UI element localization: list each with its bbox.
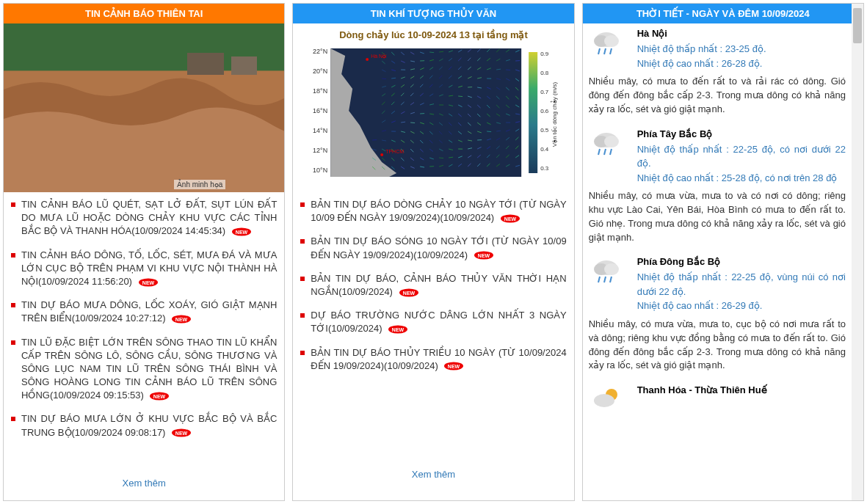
svg-text:10°N: 10°N (313, 167, 327, 174)
scrollbar-thumb[interactable] (853, 8, 862, 43)
svg-text:12°N: 12°N (313, 147, 327, 154)
svg-point-278 (594, 394, 614, 407)
svg-text:16°N: 16°N (313, 107, 327, 114)
weather-icon (589, 28, 624, 59)
list-item: DỰ BÁO TRƯỜNG NƯỚC DÂNG LỚN NHẤT 3 NGÀY … (300, 309, 566, 335)
svg-text:NEW: NEW (175, 431, 188, 436)
list-item: TIN DỰ BÁO MƯA DÔNG, LỐC XOÁY, GIÓ GIẬT … (11, 299, 277, 325)
svg-text:0.9: 0.9 (540, 51, 549, 57)
news-link[interactable]: TIN LŨ ĐẶC BIỆT LỚN TRÊN SÔNG THAO TIN L… (21, 336, 277, 403)
list-item: TIN CẢNH BÁO DÔNG, TỐ, LỐC, SÉT, MƯA ĐÁ … (11, 249, 277, 289)
chart-block: Dòng chảy lúc 10-09-2024 13 tại tầng mặt… (293, 23, 573, 192)
panel-title: THỜI TIẾT - NGÀY VÀ ĐÊM 10/09/2024 (583, 4, 863, 23)
temp-low: Nhiệt độ thấp nhất : 22-25 độ, vùng núi … (637, 270, 846, 299)
forecast-item: Phía Đông Bắc BộNhiệt độ thấp nhất : 22-… (583, 252, 852, 380)
new-icon: NEW (474, 251, 494, 260)
forecast-item: Phía Tây Bắc BộNhiệt độ thấp nhất : 22-2… (583, 124, 852, 252)
bullet-icon (11, 417, 15, 421)
weather-icon (589, 256, 624, 287)
chart-title: Dòng chảy lúc 10-09-2024 13 tại tầng mặt (296, 29, 570, 40)
svg-text:NEW: NEW (402, 291, 415, 296)
svg-text:0.4: 0.4 (540, 146, 549, 153)
image-caption: Ảnh minh họa (174, 180, 225, 189)
svg-text:NEW: NEW (236, 230, 248, 235)
svg-text:Vận tốc dòng chảy (m/s): Vận tốc dòng chảy (m/s) (551, 81, 558, 147)
bullet-icon (300, 277, 305, 281)
svg-line-262 (598, 48, 600, 54)
weather-icon (589, 128, 624, 159)
news-link[interactable]: BẢN TIN DỰ BÁO DÒNG CHẢY 10 NGÀY TỚI (TỪ… (311, 198, 566, 224)
svg-text:NEW: NEW (392, 327, 405, 332)
meteo-hydro-panel: TIN KHÍ TƯỢNG THỦY VĂN Dòng chảy lúc 10-… (292, 3, 574, 501)
new-icon: NEW (399, 288, 419, 297)
svg-point-273 (604, 263, 619, 275)
temp-high: Nhiệt độ cao nhất : 26-28 độ. (637, 56, 846, 71)
new-icon: NEW (443, 362, 464, 370)
svg-line-270 (610, 149, 612, 155)
list-item: BẢN TIN DỰ BÁO DÒNG CHẢY 10 NGÀY TỚI (TỪ… (300, 198, 566, 224)
news-link[interactable]: BẢN TIN DỰ BÁO THỦY TRIỀU 10 NGÀY (TỪ 10… (311, 346, 566, 373)
svg-text:TPHCM: TPHCM (385, 149, 404, 154)
new-icon: NEW (231, 227, 252, 236)
svg-rect-240 (529, 52, 537, 173)
news-link[interactable]: BẢN TIN DỰ BÁO SÓNG 10 NGÀY TỚI (TỪ NGÀY… (311, 235, 566, 261)
list-item: BẢN TIN DỰ BÁO, CẢNH BÁO THỦY VĂN THỜI H… (300, 272, 566, 299)
weather-forecast-panel: THỜI TIẾT - NGÀY VÀ ĐÊM 10/09/2024 Hà Nộ… (582, 3, 864, 501)
svg-line-264 (610, 48, 612, 54)
svg-point-261 (604, 35, 619, 47)
panel-body: Ảnh minh họa TIN CẢNH BÁO LŨ QUÉT, SẠT L… (4, 23, 284, 500)
news-link[interactable]: TIN DỰ BÁO MƯA LỚN Ở KHU VỰC BẮC BỘ VÀ B… (21, 412, 277, 439)
svg-rect-2 (187, 53, 224, 75)
svg-text:0.8: 0.8 (540, 70, 549, 76)
svg-line-269 (604, 149, 606, 155)
news-link[interactable]: DỰ BÁO TRƯỜNG NƯỚC DÂNG LỚN NHẤT 3 NGÀY … (311, 309, 566, 335)
bullet-icon (11, 202, 15, 207)
news-list: BẢN TIN DỰ BÁO DÒNG CHẢY 10 NGÀY TỚI (TỪ… (293, 192, 573, 463)
bullet-icon (300, 202, 305, 207)
more-link[interactable]: Xem thêm (293, 463, 573, 486)
scrollbar-track[interactable] (852, 4, 863, 500)
svg-text:22°N: 22°N (313, 48, 327, 55)
svg-text:NEW: NEW (504, 216, 517, 222)
svg-point-267 (604, 136, 619, 147)
forecast-item: Thanh Hóa - Thừa Thiên Huế (583, 380, 852, 426)
forecast-item: Hà NộiNhiệt độ thấp nhất : 23-25 độ.Nhiệ… (583, 23, 852, 124)
svg-text:NEW: NEW (175, 317, 188, 322)
region-name: Phía Đông Bắc Bộ (637, 256, 846, 267)
new-icon: NEW (138, 278, 159, 287)
news-link[interactable]: BẢN TIN DỰ BÁO, CẢNH BÁO THỦY VĂN THỜI H… (311, 272, 566, 299)
svg-line-268 (598, 149, 600, 155)
new-icon: NEW (500, 214, 520, 223)
region-name: Phía Tây Bắc Bộ (637, 128, 846, 139)
forecast-body[interactable]: Hà NộiNhiệt độ thấp nhất : 23-25 độ.Nhiệ… (583, 23, 863, 500)
temp-high: Nhiệt độ cao nhất : 25-28 độ, có nơi trê… (637, 171, 846, 186)
forecast-description: Nhiều mây, có mưa to đến rất to và rải r… (589, 75, 846, 117)
region-name: Thanh Hóa - Thừa Thiên Huế (637, 384, 846, 395)
svg-text:0.5: 0.5 (540, 127, 549, 134)
bullet-icon (11, 340, 15, 345)
svg-text:0.7: 0.7 (540, 89, 549, 95)
more-link[interactable]: Xem thêm (117, 472, 172, 494)
svg-text:NEW: NEW (153, 394, 166, 399)
news-link[interactable]: TIN DỰ BÁO MƯA DÔNG, LỐC XOÁY, GIÓ GIẬT … (21, 299, 277, 325)
bullet-icon (300, 239, 305, 244)
news-link[interactable]: TIN CẢNH BÁO DÔNG, TỐ, LỐC, SÉT, MƯA ĐÁ … (21, 249, 277, 289)
list-item: TIN LŨ ĐẶC BIỆT LỚN TRÊN SÔNG THAO TIN L… (11, 336, 277, 403)
bullet-icon (300, 351, 305, 355)
svg-rect-3 (231, 56, 257, 75)
new-icon: NEW (171, 428, 192, 437)
svg-text:NEW: NEW (142, 280, 154, 285)
svg-line-274 (598, 277, 600, 282)
forecast-description: Nhiều mây, có mưa vừa, mưa to và có nơi … (589, 189, 846, 244)
list-item: TIN CẢNH BÁO LŨ QUÉT, SẠT LỞ ĐẤT, SỤT LÚ… (11, 198, 277, 238)
panel-title: TIN CẢNH BÁO THIÊN TAI (4, 4, 284, 23)
svg-text:Hà Nội: Hà Nội (371, 54, 387, 59)
panel-body: Dòng chảy lúc 10-09-2024 13 tại tầng mặt… (293, 23, 573, 500)
svg-text:18°N: 18°N (313, 87, 327, 95)
disaster-warning-panel: TIN CẢNH BÁO THIÊN TAI Ảnh minh họa TIN … (3, 3, 285, 501)
bullet-icon (11, 253, 15, 258)
svg-text:NEW: NEW (478, 253, 490, 258)
flow-chart: 22°N20°N18°N16°N14°N12°N10°N Hà Nội TPHC… (296, 45, 570, 184)
news-link[interactable]: TIN CẢNH BÁO LŨ QUÉT, SẠT LỞ ĐẤT, SỤT LÚ… (21, 198, 277, 238)
new-icon: NEW (388, 325, 408, 334)
